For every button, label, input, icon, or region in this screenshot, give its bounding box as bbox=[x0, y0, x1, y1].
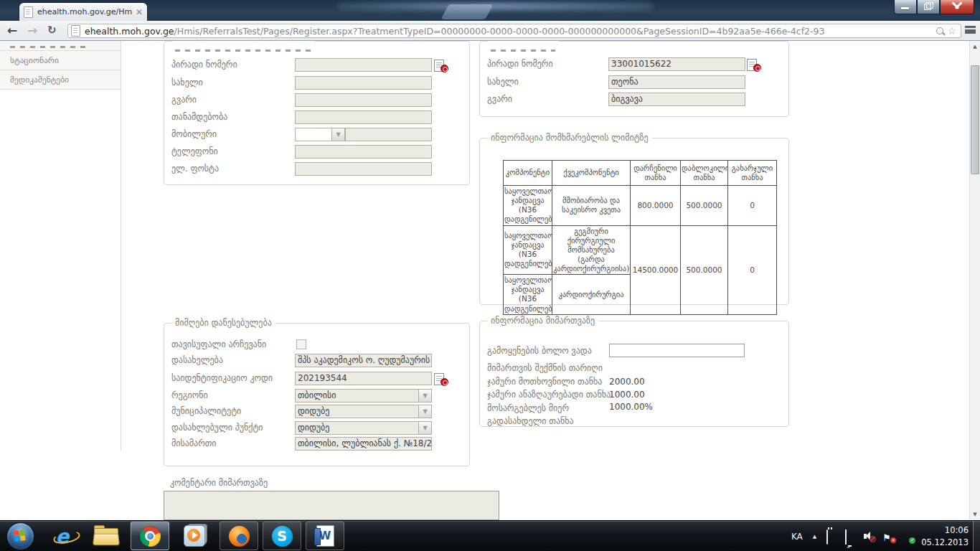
limit-section: ინფორმაცია მომხმარებლის ლიმიტზე კომპონენ… bbox=[479, 138, 789, 305]
receiver-code-input[interactable]: 202193544 bbox=[295, 372, 432, 385]
municipality-label: მუნიციპალიტეტი bbox=[171, 406, 241, 416]
browser-tab[interactable]: ehealth.moh.gov.ge/Hmis ✕ bbox=[19, 2, 148, 21]
author-mobile-input[interactable] bbox=[345, 128, 432, 141]
author-surname-label: გვარი bbox=[171, 95, 197, 105]
sidebar-item-stationary[interactable]: სტაციონარი bbox=[0, 51, 121, 70]
refresh-button[interactable]: ↻ bbox=[47, 22, 57, 38]
forward-button[interactable]: → bbox=[27, 22, 37, 38]
show-desktop-button[interactable] bbox=[973, 521, 980, 551]
region-label: რეგიონი bbox=[171, 390, 208, 400]
col-spent: გახარჯული თანხა bbox=[728, 161, 777, 186]
comment-label: კომენტარი მიმართვაზე bbox=[170, 478, 268, 488]
scrollbar-thumb[interactable] bbox=[971, 65, 979, 174]
author-position-label: თანამდებობა bbox=[171, 112, 227, 122]
limit-table-header-row: კომპონენტი ქვეკომპონენტი დარჩენილი თანხა… bbox=[504, 161, 777, 186]
start-button[interactable] bbox=[6, 522, 34, 550]
patient-pid-label: პირადი ნომერი bbox=[487, 59, 553, 69]
author-name-label: სახელი bbox=[171, 77, 203, 88]
language-indicator[interactable]: KA bbox=[791, 532, 803, 542]
restore-button[interactable] bbox=[917, 0, 940, 14]
patient-surname-label: გვარი bbox=[487, 94, 512, 104]
taskbar-internet-explorer[interactable]: e bbox=[43, 522, 82, 550]
institution-lookup-icon[interactable] bbox=[434, 373, 448, 385]
receiver-code-label: საიდენტიფიკაციო კოდი bbox=[171, 373, 273, 383]
tab-title: ehealth.moh.gov.ge/Hmis bbox=[37, 7, 133, 17]
window-controls bbox=[894, 0, 974, 14]
zoom-icon[interactable] bbox=[936, 27, 943, 34]
author-surname-input[interactable] bbox=[295, 93, 432, 107]
author-mobile-prefix-select[interactable]: ▼ bbox=[295, 128, 345, 141]
dropbox-icon[interactable]: ✓ bbox=[901, 530, 913, 542]
col-component: კომპონენტი bbox=[504, 161, 552, 186]
page-favicon-icon bbox=[24, 6, 33, 18]
network-icon[interactable] bbox=[845, 530, 857, 542]
windows-logo-icon bbox=[14, 529, 27, 542]
volume-muted-icon[interactable] bbox=[864, 530, 876, 542]
person-lookup-icon[interactable] bbox=[434, 60, 448, 72]
requested-amount-value: 2000.00 bbox=[609, 377, 645, 387]
screen: ehealth.moh.gov.ge/Hmis ✕ ← → ↻ ehealth.… bbox=[0, 0, 980, 551]
sidebar-item-medications[interactable]: მედიკამენტები bbox=[0, 70, 121, 90]
free-choice-label: თავისუფალი არჩევანი bbox=[171, 339, 266, 349]
new-tab-button[interactable] bbox=[440, 4, 493, 19]
bookmark-star-icon[interactable]: ☆ bbox=[947, 25, 956, 37]
close-button[interactable] bbox=[940, 0, 974, 14]
patient-name-input[interactable]: თეონა bbox=[608, 75, 745, 89]
limit-legend: ინფორმაცია მომხმარებლის ლიმიტზე bbox=[487, 133, 652, 143]
background-window-title bbox=[337, 2, 653, 10]
payable-amount-label: მოსარგებლეს მიერ გადასახდელი თანხა bbox=[487, 402, 602, 428]
scroll-down-icon[interactable]: ▼ bbox=[970, 509, 980, 520]
taskbar: e S W KA ▲ ⚑✕ ✓ 10:06 bbox=[0, 520, 980, 551]
taskbar-word[interactable]: W bbox=[306, 522, 344, 550]
clock[interactable]: 10:06 05.12.2013 bbox=[921, 524, 969, 548]
referral-info: ინფორმაცია მიმართვაზე გამოყენების ბოლო ვ… bbox=[479, 321, 789, 427]
referral-legend: ინფორმაცია მიმართვაზე bbox=[487, 316, 598, 326]
page-scrollbar[interactable]: ▲ ▼ bbox=[969, 41, 980, 520]
author-name-input[interactable] bbox=[295, 76, 432, 90]
patient-form: პირადი ნომერი 33001015622 სახელი თეონა გ… bbox=[479, 41, 789, 117]
url-bar[interactable]: ehealth.moh.gov.ge/Hmis/ReferralsTest/Pa… bbox=[67, 24, 961, 38]
page-icon bbox=[71, 25, 80, 37]
author-pid-input[interactable] bbox=[295, 58, 432, 72]
action-center-flag-icon[interactable]: ⚑✕ bbox=[882, 530, 895, 542]
address-label: მისამართი bbox=[171, 438, 217, 448]
region-select[interactable]: თბილისი▼ bbox=[295, 389, 432, 402]
show-hidden-icons[interactable]: ▲ bbox=[813, 534, 816, 540]
reimbursable-amount-label: ჯამური ანაზღაურებადი თანხა bbox=[487, 390, 611, 400]
sidebar-item-clipped[interactable] bbox=[0, 41, 121, 51]
minimize-button[interactable] bbox=[894, 0, 917, 14]
author-form-legend-clipped bbox=[171, 41, 315, 45]
author-form: პირადი ნომერი სახელი გვარი თანამდებობა მ… bbox=[164, 41, 470, 185]
back-button[interactable]: ← bbox=[7, 22, 17, 38]
address-input[interactable]: თბილისი, ლუბლიანას ქ. №18/20 bbox=[295, 437, 432, 451]
author-position-input[interactable] bbox=[295, 110, 432, 124]
expiry-input[interactable] bbox=[609, 344, 745, 357]
scroll-up-icon[interactable]: ▲ bbox=[970, 41, 980, 52]
patient-pid-input[interactable]: 33001015622 bbox=[608, 57, 745, 71]
patient-surname-input[interactable]: ბიგვავა bbox=[608, 93, 745, 106]
patient-lookup-icon[interactable] bbox=[747, 59, 761, 71]
author-email-input[interactable] bbox=[295, 162, 432, 176]
comment-textarea[interactable] bbox=[164, 491, 499, 520]
chrome-menu-icon[interactable] bbox=[965, 26, 976, 34]
folder-icon bbox=[94, 528, 117, 544]
limit-row-2: საყოველთაო ჯანდაცვა (N36 დადგენილება) გე… bbox=[504, 225, 777, 275]
taskbar-chrome[interactable] bbox=[131, 522, 169, 550]
col-blocked: დაბლოკილი თანხა bbox=[681, 161, 728, 186]
power-icon[interactable] bbox=[826, 530, 839, 542]
taskbar-firefox[interactable] bbox=[220, 522, 258, 550]
taskbar-media-player[interactable] bbox=[175, 522, 214, 550]
tab-close-icon[interactable]: ✕ bbox=[136, 9, 143, 16]
free-choice-checkbox[interactable] bbox=[296, 339, 306, 349]
receiver-form: მიმღები დაწესებულება თავისუფალი არჩევანი… bbox=[164, 323, 470, 466]
taskbar-file-explorer[interactable] bbox=[86, 522, 125, 550]
taskbar-skype[interactable]: S bbox=[263, 522, 301, 550]
sidebar: სტაციონარი მედიკამენტები bbox=[0, 41, 121, 451]
system-tray: KA ▲ ⚑✕ ✓ 10:06 05.12.2013 bbox=[791, 521, 973, 551]
limit-row-1: საყოველთაო ჯანდაცვა (N36 დადგენილება) მშ… bbox=[504, 186, 777, 226]
patient-form-legend-clipped bbox=[487, 41, 559, 45]
settlement-select[interactable]: დიდუბე▼ bbox=[295, 421, 432, 435]
receiver-name-input[interactable]: შპს აკადემიკოს ო. ღუდუმაურის ს bbox=[295, 354, 432, 367]
municipality-select[interactable]: დიდუბე▼ bbox=[295, 405, 432, 418]
author-phone-input[interactable] bbox=[295, 145, 432, 159]
